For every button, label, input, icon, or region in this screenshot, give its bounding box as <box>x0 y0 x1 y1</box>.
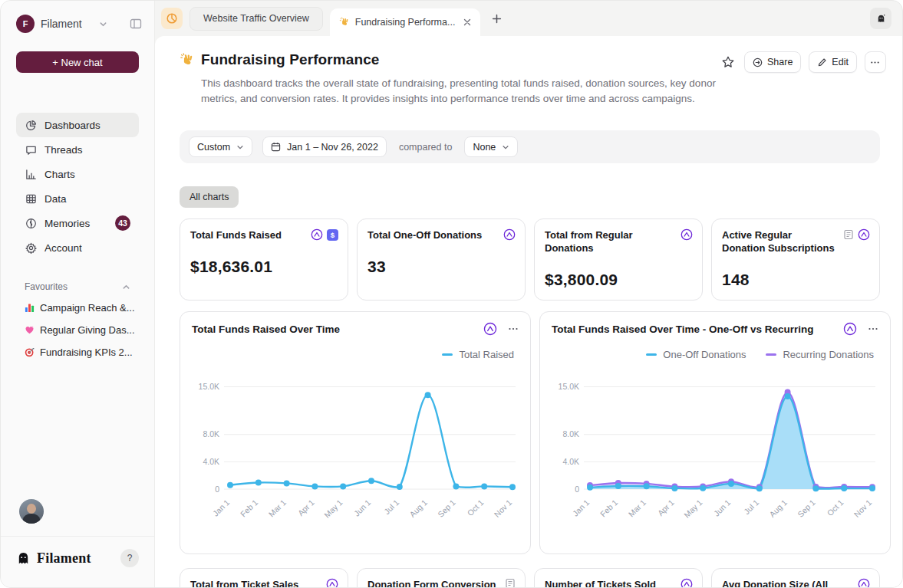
more-options-button[interactable] <box>865 51 886 73</box>
chevron-down-icon <box>236 143 244 151</box>
stat-title: Total from Ticket Sales <box>190 578 321 587</box>
stat-card-active-subscriptions[interactable]: Active Regular Donation Subscriptions 14… <box>711 218 880 301</box>
date-range-value: Jan 1 – Nov 26, 2022 <box>287 142 378 153</box>
svg-text:Oct 1: Oct 1 <box>825 498 845 517</box>
svg-text:Jan 1: Jan 1 <box>211 498 232 518</box>
sidebar-item-dashboards[interactable]: Dashboards <box>16 113 139 137</box>
svg-text:Nov 1: Nov 1 <box>493 498 514 519</box>
stat-value: 148 <box>722 271 870 289</box>
stat-title: Total Funds Raised <box>190 228 306 241</box>
pie-chart-icon <box>25 120 37 131</box>
anomaly-detection-icon <box>503 228 516 241</box>
svg-text:Aug 1: Aug 1 <box>767 498 789 519</box>
stat-card-tickets-sold[interactable]: Number of Tickets Sold <box>534 568 703 587</box>
sidebar-item-label: Dashboards <box>44 120 101 131</box>
svg-text:Jan 1: Jan 1 <box>571 498 592 518</box>
svg-text:Oct 1: Oct 1 <box>465 498 485 517</box>
clap-emoji-icon <box>180 52 195 68</box>
svg-text:Apr 1: Apr 1 <box>296 498 316 517</box>
chat-bubble-icon <box>25 144 37 156</box>
svg-text:Sep 1: Sep 1 <box>436 498 457 519</box>
range-type-select[interactable]: Custom <box>189 136 252 157</box>
anomaly-detection-icon <box>326 578 338 587</box>
new-tab-button[interactable] <box>489 11 505 27</box>
sidebar-item-data[interactable]: Data <box>16 186 139 211</box>
filter-bar: Custom Jan 1 – Nov 26, 2022 compared to … <box>180 130 880 163</box>
sidebar-item-label: Charts <box>44 169 75 180</box>
sidebar-footer: Filament ? <box>1 536 154 587</box>
stat-value: 33 <box>367 258 516 276</box>
anomaly-detection-icon <box>311 228 323 241</box>
svg-text:Mar 1: Mar 1 <box>627 498 648 519</box>
user-avatar[interactable] <box>19 499 44 524</box>
stat-value: $3,800.09 <box>545 271 693 289</box>
svg-text:Jun 1: Jun 1 <box>352 498 373 518</box>
stat-value: $18,636.01 <box>190 258 338 276</box>
sidebar-item-label: Account <box>44 242 82 254</box>
sidebar-item-memories[interactable]: Memories 43 <box>16 211 139 235</box>
favourite-item[interactable]: Fundraising KPIs 2... <box>16 341 139 363</box>
tab-fundraising-performance[interactable]: Fundraising Performa... <box>330 8 481 36</box>
dart-emoji-icon <box>25 347 35 357</box>
chart-legend: Total Raised <box>192 349 519 360</box>
stat-card-one-off-donations[interactable]: Total One-Off Donations 33 <box>357 218 526 301</box>
chart-title: Total Funds Raised Over Time - One-Off v… <box>552 324 843 335</box>
compared-to-label: compared to <box>399 142 452 153</box>
favourite-item-label: Fundraising KPIs 2... <box>40 347 133 358</box>
collapse-sidebar-icon[interactable] <box>130 18 142 30</box>
favourite-item[interactable]: Campaign Reach &... <box>16 297 139 319</box>
stat-title: Number of Tickets Sold <box>545 578 676 587</box>
stat-card-avg-donation-size[interactable]: Avg Donation Size (All <box>711 568 880 587</box>
favourite-item[interactable]: Regular Giving Das... <box>16 319 139 341</box>
anomaly-detection-icon[interactable] <box>843 322 857 336</box>
stat-card-total-funds-raised[interactable]: Total Funds Raised $ $18,636.01 <box>180 218 348 301</box>
anomaly-detection-icon[interactable] <box>483 322 497 336</box>
report-icon <box>505 578 516 587</box>
svg-text:4.0K: 4.0K <box>562 457 579 466</box>
share-button[interactable]: Share <box>744 51 801 73</box>
chart-card-oneoff-vs-recurring[interactable]: Total Funds Raised Over Time - One-Off v… <box>539 311 891 554</box>
compare-value: None <box>473 142 496 153</box>
page-header: Fundraising Performance This dashboard t… <box>180 51 880 107</box>
svg-text:Apr 1: Apr 1 <box>656 498 676 517</box>
favourites-header[interactable]: Favourites <box>25 281 130 292</box>
edit-button[interactable]: Edit <box>809 51 857 73</box>
svg-text:Aug 1: Aug 1 <box>407 498 429 519</box>
edit-label: Edit <box>832 57 849 67</box>
svg-text:Feb 1: Feb 1 <box>598 498 620 519</box>
sidebar-item-threads[interactable]: Threads <box>16 137 139 162</box>
stat-card-donation-form-conversion[interactable]: Donation Form Conversion <box>357 568 526 587</box>
svg-text:Jul 1: Jul 1 <box>382 498 400 516</box>
help-button[interactable]: ? <box>120 549 139 567</box>
favourite-star-button[interactable] <box>720 54 737 71</box>
workspace-icon[interactable] <box>161 8 183 29</box>
svg-text:Jun 1: Jun 1 <box>712 498 733 518</box>
more-options-icon[interactable] <box>868 324 878 334</box>
tab-website-traffic-overview[interactable]: Website Traffic Overview <box>189 7 323 31</box>
area-chart: 04.0K8.0K15.0KJan 1Feb 1Mar 1Apr 1May 1J… <box>552 360 878 538</box>
svg-text:8.0K: 8.0K <box>203 429 219 439</box>
more-options-icon[interactable] <box>508 324 519 334</box>
ghost-logo-icon <box>16 551 31 566</box>
close-tab-icon[interactable] <box>463 18 471 26</box>
chevron-down-icon <box>502 143 509 151</box>
bar-chart-icon <box>25 169 37 180</box>
new-chat-button[interactable]: + New chat <box>16 51 139 73</box>
chart-card-total-funds-over-time[interactable]: Total Funds Raised Over Time Total Raise… <box>180 311 531 554</box>
stat-card-regular-donations[interactable]: Total from Regular Donations $3,800.09 <box>534 218 703 301</box>
stat-title: Total One-Off Donations <box>367 228 499 241</box>
all-charts-chip[interactable]: All charts <box>180 186 239 208</box>
brain-icon <box>25 218 37 229</box>
chevron-down-icon[interactable] <box>99 20 107 28</box>
screenshot-ghost-button[interactable] <box>870 8 891 29</box>
date-range-button[interactable]: Jan 1 – Nov 26, 2022 <box>262 136 387 157</box>
stat-card-ticket-sales[interactable]: Total from Ticket Sales <box>180 568 348 587</box>
svg-text:8.0K: 8.0K <box>562 429 579 439</box>
compare-select[interactable]: None <box>464 136 518 157</box>
sidebar-bottom: Filament ? <box>1 499 154 587</box>
sidebar-item-charts[interactable]: Charts <box>16 162 139 186</box>
app-logo: F <box>16 15 35 33</box>
sidebar-item-label: Memories <box>44 218 90 229</box>
sidebar-item-account[interactable]: Account <box>16 235 139 260</box>
legend-item: One-Off Donations <box>646 349 746 360</box>
